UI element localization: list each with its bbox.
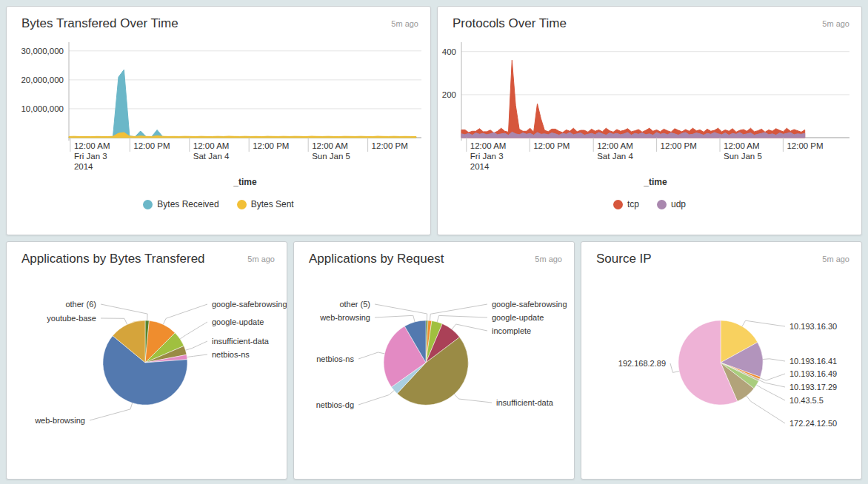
pie-leader-line — [670, 363, 679, 372]
svg-text:12:00 PM: 12:00 PM — [372, 141, 408, 150]
pie-label-incomplete: incomplete — [492, 326, 531, 335]
apps-by-request-pie-chart[interactable]: other (5)google-safebrowsinggoogle-updat… — [294, 273, 574, 463]
pie-label-192.168.2.89: 192.168.2.89 — [618, 359, 666, 368]
svg-text:12:00 PM: 12:00 PM — [787, 141, 823, 150]
line-chart-canvas[interactable]: 20040012:00 AMFri Jan 3201412:00 PM12:00… — [438, 38, 861, 191]
svg-text:10,000,000: 10,000,000 — [21, 104, 64, 113]
dashboard-row-bottom: Applications by Bytes Transfered 5m ago … — [6, 241, 862, 480]
svg-text:Fri Jan 3: Fri Jan 3 — [470, 152, 504, 161]
dashboard: Bytes Transfered Over Time 5m ago 10,000… — [0, 0, 868, 484]
pie-label-netbios-ns: netbios-ns — [212, 350, 250, 359]
pie-label-google-update: google-update — [212, 317, 264, 326]
legend-label: Bytes Sent — [251, 199, 294, 209]
legend-swatch — [613, 200, 623, 209]
line-chart-canvas[interactable]: 10,000,00020,000,00030,000,00012:00 AMFr… — [7, 38, 430, 191]
refresh-age: 5m ago — [822, 16, 849, 28]
pie-chart-canvas[interactable]: other (6)google-safebrowsinggoogle-updat… — [7, 273, 287, 460]
pie-label-172.24.12.50: 172.24.12.50 — [789, 419, 837, 428]
dashboard-row-top: Bytes Transfered Over Time 5m ago 10,000… — [6, 6, 862, 235]
pie-label-other (6): other (6) — [65, 300, 96, 309]
svg-text:_time: _time — [643, 177, 667, 187]
pie-leader-line — [747, 396, 785, 423]
svg-text:12:00 PM: 12:00 PM — [133, 141, 170, 150]
svg-text:12:00 AM: 12:00 AM — [312, 141, 348, 150]
chart-legend: Bytes ReceivedBytes Sent — [7, 199, 430, 209]
pie-leader-line — [759, 380, 785, 387]
panel-header: Applications by Bytes Transfered 5m ago — [7, 242, 287, 273]
series-tcp[interactable] — [461, 60, 805, 138]
pie-leader-line — [358, 391, 394, 405]
pie-label-web-browsing: web-browsing — [319, 313, 370, 322]
svg-text:Sat Jan 4: Sat Jan 4 — [597, 152, 633, 161]
svg-text:12:00 AM: 12:00 AM — [193, 141, 230, 150]
svg-text:30,000,000: 30,000,000 — [21, 47, 64, 56]
legend-swatch — [143, 200, 153, 209]
pie-leader-line — [90, 403, 133, 420]
pie-leader-line — [187, 354, 208, 357]
svg-text:Fri Jan 3: Fri Jan 3 — [74, 152, 107, 161]
pie-chart-canvas[interactable]: 10.193.16.3010.193.16.4110.193.16.4910.1… — [581, 273, 861, 460]
svg-text:12:00 PM: 12:00 PM — [253, 141, 289, 150]
svg-text:12:00 PM: 12:00 PM — [533, 141, 570, 150]
source-ip-pie-chart[interactable]: 10.193.16.3010.193.16.4110.193.16.4910.1… — [581, 273, 861, 463]
pie-leader-line — [163, 304, 207, 324]
pie-label-web-browsing: web-browsing — [34, 416, 85, 425]
legend-swatch — [657, 200, 667, 209]
pie-leader-line — [742, 320, 785, 326]
bytes-transfered-line-chart[interactable]: 10,000,00020,000,00030,000,00012:00 AMFr… — [7, 38, 430, 209]
svg-text:400: 400 — [442, 47, 456, 56]
pie-leader-line — [760, 374, 785, 380]
panel-header: Applications by Request 5m ago — [294, 242, 574, 273]
legend-item-Bytes Sent[interactable]: Bytes Sent — [237, 199, 294, 209]
svg-text:20,000,000: 20,000,000 — [21, 75, 64, 84]
protocols-line-chart[interactable]: 20040012:00 AMFri Jan 3201412:00 PM12:00… — [438, 38, 861, 209]
svg-text:12:00 AM: 12:00 AM — [724, 141, 760, 150]
legend-item-Bytes Received[interactable]: Bytes Received — [143, 199, 218, 209]
legend-item-udp[interactable]: udp — [657, 199, 686, 209]
refresh-age: 5m ago — [535, 252, 562, 263]
pie-label-netbios-dg: netbios-dg — [316, 400, 354, 409]
pie-leader-line — [186, 341, 208, 350]
panel-header: Protocols Over Time 5m ago — [438, 7, 861, 38]
panel-apps-by-request: Applications by Request 5m ago other (5)… — [293, 241, 575, 480]
panel-title: Applications by Request — [309, 252, 444, 266]
refresh-age: 5m ago — [822, 252, 849, 263]
pie-label-google-safebrowsing: google-safebrowsing — [212, 300, 287, 309]
refresh-age: 5m ago — [391, 16, 418, 28]
pie-leader-line — [375, 315, 415, 322]
svg-text:200: 200 — [442, 90, 456, 99]
panel-title: Protocols Over Time — [453, 16, 567, 31]
svg-text:12:00 AM: 12:00 AM — [470, 141, 507, 150]
panel-title: Source IP — [596, 252, 652, 266]
panel-header: Source IP 5m ago — [581, 242, 861, 273]
panel-source-ip: Source IP 5m ago 10.193.16.3010.193.16.4… — [581, 241, 862, 480]
pie-chart-canvas[interactable]: other (5)google-safebrowsinggoogle-updat… — [294, 273, 574, 460]
panel-protocols-over-time: Protocols Over Time 5m ago 20040012:00 A… — [437, 6, 862, 235]
svg-text:2014: 2014 — [74, 162, 93, 171]
legend-label: udp — [671, 199, 686, 209]
pie-leader-line — [180, 322, 207, 339]
panel-header: Bytes Transfered Over Time 5m ago — [7, 7, 430, 38]
svg-text:Sun Jan 5: Sun Jan 5 — [312, 152, 350, 161]
svg-text:_time: _time — [233, 177, 257, 187]
pie-leader-line — [763, 359, 785, 361]
legend-item-tcp[interactable]: tcp — [613, 199, 639, 209]
pie-label-10.193.16.41: 10.193.16.41 — [789, 357, 837, 366]
series-Bytes Sent[interactable] — [69, 132, 416, 138]
legend-label: tcp — [627, 199, 639, 209]
pie-leader-line — [437, 315, 487, 322]
panel-bytes-over-time: Bytes Transfered Over Time 5m ago 10,000… — [6, 6, 431, 235]
legend-swatch — [237, 200, 247, 209]
pie-label-10.43.5.5: 10.43.5.5 — [789, 396, 824, 405]
pie-leader-line — [756, 385, 785, 400]
pie-label-10.193.16.49: 10.193.16.49 — [789, 369, 837, 378]
panel-title: Bytes Transfered Over Time — [21, 16, 178, 31]
pie-label-insufficient-data: insufficient-data — [212, 337, 270, 346]
pie-label-10.193.16.30: 10.193.16.30 — [789, 322, 837, 331]
refresh-age: 5m ago — [247, 252, 275, 263]
pie-label-google-update: google-update — [492, 313, 544, 322]
pie-label-10.193.17.29: 10.193.17.29 — [789, 383, 837, 391]
svg-text:Sun Jan 5: Sun Jan 5 — [724, 152, 762, 161]
pie-label-netbios-ns: netbios-ns — [316, 354, 354, 363]
apps-by-bytes-pie-chart[interactable]: other (6)google-safebrowsinggoogle-updat… — [7, 273, 287, 463]
